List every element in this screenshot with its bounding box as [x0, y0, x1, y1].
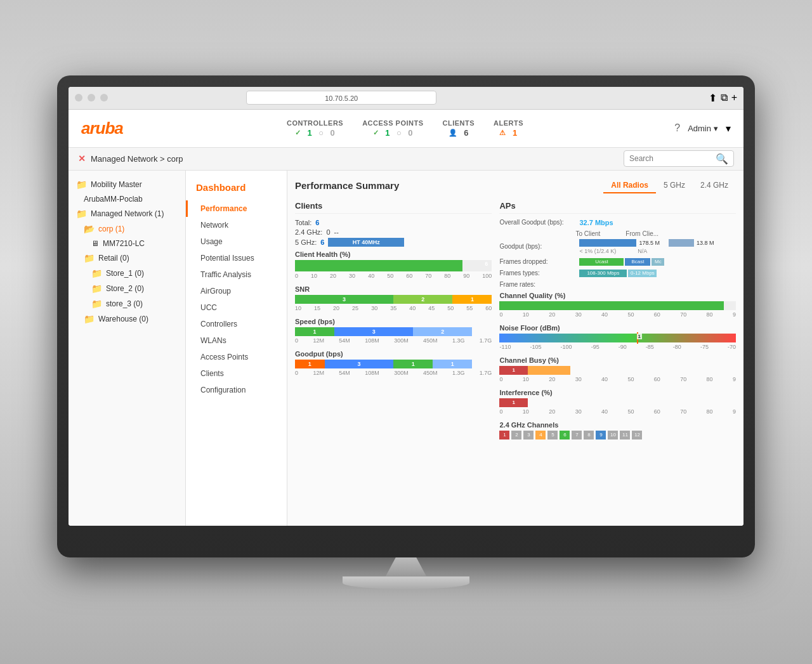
menu-item-performance[interactable]: Performance: [186, 200, 287, 217]
speed-bar2: 3: [372, 329, 376, 335]
24ghz-channels-title: 2.4 GHz Channels: [499, 421, 736, 429]
stand-neck: [381, 557, 431, 576]
folder-icon: 📁: [91, 299, 102, 309]
search-box[interactable]: 🔍: [624, 150, 734, 167]
admin-menu[interactable]: Admin ▾: [688, 124, 718, 133]
access-points-label: ACCESS POINTS: [362, 119, 423, 127]
sidebar-item-label: Retail (0): [98, 254, 129, 263]
browser-back[interactable]: [75, 94, 82, 101]
interference-val: 1: [513, 400, 515, 405]
browser-new-tab-icon[interactable]: +: [731, 92, 737, 104]
frame-rates-row: Frame rates:: [499, 281, 736, 288]
24ghz-label: 2.4 GHz:: [295, 228, 322, 236]
folder-icon: 📁: [76, 179, 87, 190]
sidebar-item-arubamm[interactable]: ArubaMM-Poclab: [69, 192, 185, 206]
monitor-wrapper: 10.70.5.20 ⬆ ⧉ + aruba CONTROLLERS ✓ 1: [57, 75, 755, 589]
tab-all-radios[interactable]: All Radios: [603, 178, 656, 193]
snr-axis: 1015202530354045505560: [295, 305, 492, 311]
folder-icon: 📁: [91, 283, 102, 294]
menu-item-traffic-analysis[interactable]: Traffic Analysis: [186, 266, 287, 283]
alerts-stat[interactable]: ALERTS ⚠ 1: [494, 119, 523, 138]
speed-axis: 012M54M108M300M450M1.3G1.7G: [295, 337, 492, 344]
goodput-bars-row: Goodput (bps): 178.5 M 13.8 M: [499, 239, 736, 254]
goodput-bar3: 1: [412, 361, 415, 367]
search-input[interactable]: [629, 154, 712, 163]
menu-item-wlans[interactable]: WLANs: [186, 332, 287, 349]
menu-item-clients[interactable]: Clients: [186, 365, 287, 382]
clients-count: 6: [464, 128, 469, 138]
interference-section: Interference (%) 1 010203040506070809: [499, 389, 736, 415]
breadcrumb-close-icon[interactable]: ✕: [78, 153, 86, 164]
sidebar-item-corp[interactable]: 📂 corp (1): [69, 221, 185, 237]
tab-5ghz[interactable]: 5 GHz: [656, 178, 693, 193]
sidebar-item-managed-network[interactable]: 📁 Managed Network (1): [69, 206, 185, 221]
sidebar-item-warehouse[interactable]: 📁 Warehouse (0): [69, 311, 185, 327]
stand-base: [343, 576, 469, 589]
clients-section: Clients Total: 6 2.4 GHz: 0 --: [295, 201, 492, 446]
speed-title: Speed (bps): [295, 318, 492, 325]
clients-stat[interactable]: CLIENTS 👤 6: [443, 119, 475, 138]
goodput-from-val: 13.8 M: [697, 240, 714, 246]
sidebar-item-label: Mobility Master: [91, 180, 142, 189]
sidebar-item-store3[interactable]: 📁 store_3 (0): [69, 296, 185, 311]
speed-bar3: 2: [441, 329, 444, 335]
frames-dropped-row: Frames dropped: Ucast Bcast: [499, 258, 736, 266]
channel-quality-title: Channel Quality (%): [499, 292, 736, 299]
menu-item-airgroup[interactable]: AirGroup: [186, 283, 287, 299]
sidebar-item-mm7210[interactable]: 🖥 MM7210-LC: [69, 237, 185, 251]
menu-item-controllers[interactable]: Controllers: [186, 316, 287, 332]
tab-24ghz[interactable]: 2.4 GHz: [693, 178, 736, 193]
controllers-stat[interactable]: CONTROLLERS ✓ 1 ○ 0: [287, 119, 343, 138]
menu-item-ucc[interactable]: UCC: [186, 299, 287, 316]
mc-label: Mc: [655, 259, 662, 264]
goodput-sub: < 1% (1/2.4 K): [579, 248, 616, 254]
goodput-bars-label: Goodput (bps):: [499, 243, 575, 250]
overall-goodput-value: 32.7 Mbps: [579, 219, 613, 226]
dashboard-title: Dashboard: [186, 177, 287, 200]
24ghz-row: 2.4 GHz: 0 --: [295, 228, 492, 236]
channel-busy-val: 1: [513, 367, 515, 373]
folder-icon: 📁: [84, 314, 95, 324]
sidebar-item-label: corp (1): [98, 225, 124, 233]
channel-10: 10: [608, 431, 618, 439]
radio-tabs: All Radios 5 GHz 2.4 GHz: [603, 178, 736, 193]
goodput-sub2: N/A: [638, 248, 647, 254]
sidebar-item-store2[interactable]: 📁 Store_2 (0): [69, 281, 185, 296]
snr-title: SNR: [295, 285, 492, 293]
aps-section: APs Overall Goodput (bps): 32.7 Mbps To …: [499, 201, 736, 446]
sidebar-item-mobility-master[interactable]: 📁 Mobility Master: [69, 177, 185, 192]
sidebar-item-label: Managed Network (1): [91, 209, 164, 218]
access-points-stat[interactable]: ACCESS POINTS ✓ 1 ○ 0: [362, 119, 423, 138]
menu-item-access-points[interactable]: Access Points: [186, 349, 287, 365]
browser-forward[interactable]: [88, 94, 95, 101]
overall-goodput-label: Overall Goodput (bps):: [499, 219, 575, 226]
sidebar-item-retail[interactable]: 📁 Retail (0): [69, 251, 185, 266]
frames-types-label: Frames types:: [499, 270, 575, 277]
nav-dropdown-icon[interactable]: ▾: [726, 122, 731, 134]
menu-item-potential-issues[interactable]: Potential Issues: [186, 250, 287, 266]
sidebar-item-label: store_3 (0): [106, 299, 143, 308]
health-axis: 0102030405060708090100: [295, 273, 492, 279]
ap-ok: 1: [385, 128, 390, 138]
24ghz-value: 0: [326, 228, 330, 236]
snr-section: SNR 3 2 1: [295, 285, 492, 311]
menu-item-configuration[interactable]: Configuration: [186, 382, 287, 398]
sidebar: 📁 Mobility Master ArubaMM-Poclab 📁 Manag…: [69, 171, 186, 526]
clients-label: CLIENTS: [443, 119, 475, 127]
breadcrumb-path: Managed Network > corp: [91, 154, 183, 164]
goodput-title: Goodput (bps): [295, 350, 492, 358]
help-icon[interactable]: ?: [674, 122, 680, 134]
menu-item-network[interactable]: Network: [186, 217, 287, 233]
content-area: Performance Summary All Radios 5 GHz 2.4…: [287, 171, 743, 526]
browser-copy-icon: ⧉: [721, 92, 728, 104]
clients-icon: 👤: [449, 129, 458, 137]
monitor-screen: 10.70.5.20 ⬆ ⧉ + aruba CONTROLLERS ✓ 1: [69, 87, 743, 526]
sidebar-item-store1[interactable]: 📁 Store_1 (0): [69, 266, 185, 281]
breadcrumb-bar: ✕ Managed Network > corp 🔍: [69, 148, 743, 171]
browser-icons: ⬆ ⧉ +: [709, 92, 737, 104]
browser-close[interactable]: [100, 94, 108, 101]
menu-item-usage[interactable]: Usage: [186, 233, 287, 250]
aps-section-title: APs: [499, 201, 736, 214]
goodput-section: Goodput (bps) 1 3 1: [295, 350, 492, 376]
channel-busy-section: Channel Busy (%) 1 010203040506070809: [499, 356, 736, 382]
